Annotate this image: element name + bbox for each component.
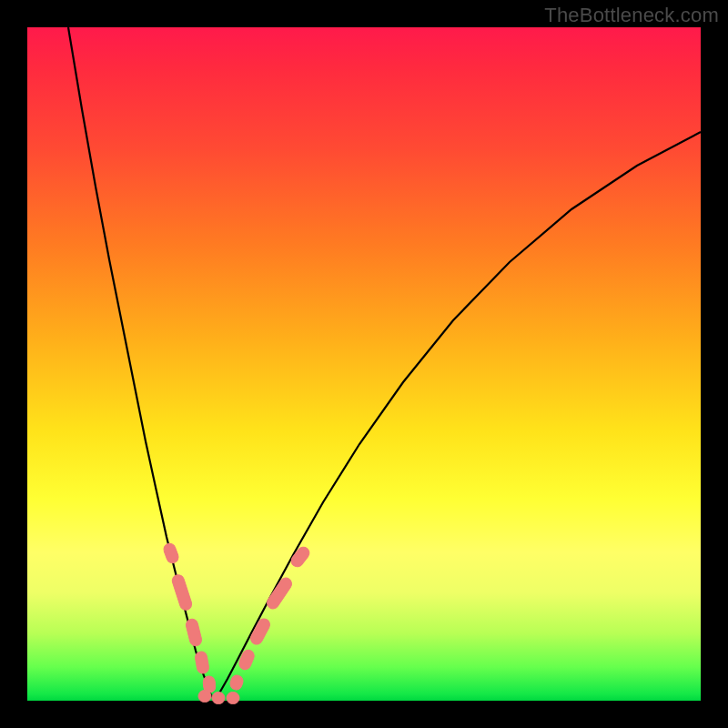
highlight-markers	[162, 541, 311, 703]
curve-left-branch	[68, 27, 216, 699]
curve-group	[68, 27, 701, 699]
marker-pill	[227, 693, 239, 704]
marker-pill	[198, 691, 211, 703]
marker-pill	[171, 573, 194, 612]
marker-pill	[228, 673, 244, 691]
watermark-text: TheBottleneck.com	[544, 4, 719, 27]
marker-pill	[185, 618, 203, 647]
marker-pill	[162, 541, 180, 564]
marker-pill	[195, 651, 210, 674]
marker-pill	[288, 545, 311, 570]
marker-pill	[238, 648, 256, 671]
curve-right-branch	[216, 132, 701, 699]
marker-pill	[212, 693, 225, 704]
chart-frame: TheBottleneck.com	[0, 0, 728, 728]
chart-svg	[27, 27, 701, 701]
